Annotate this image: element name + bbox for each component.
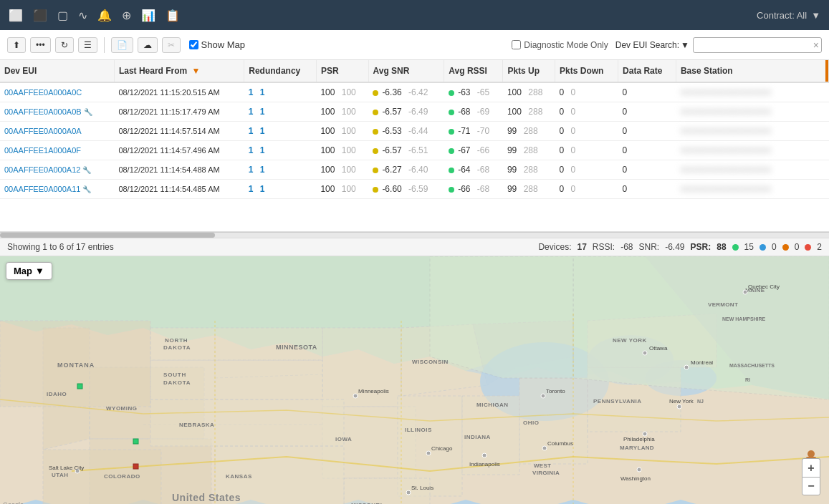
cell-pkts-up: 99 288	[503, 180, 555, 199]
cell-avg-rssi: -68 -69	[444, 102, 503, 122]
cell-redundancy: 1 1	[244, 160, 317, 180]
svg-text:New York: New York	[669, 398, 694, 404]
svg-text:VIRGINIA: VIRGINIA	[532, 470, 560, 476]
dev-eui-input[interactable]	[693, 37, 822, 53]
svg-point-66	[542, 446, 547, 450]
list-button[interactable]: ☰	[78, 37, 97, 53]
layout-icon[interactable]: ⬛	[33, 9, 47, 22]
dev-eui-search-dropdown-icon[interactable]: ▼	[681, 40, 689, 50]
svg-text:NEBRASKA: NEBRASKA	[179, 422, 214, 428]
table-row[interactable]: 00AAFFEE0A000A11 🔧 08/12/2021 11:14:54.4…	[0, 180, 829, 199]
horizontal-scrollbar[interactable]	[0, 232, 829, 238]
bell-icon[interactable]: 🔔	[97, 9, 112, 22]
svg-text:MASSACHUSETTS: MASSACHUSETTS	[729, 363, 775, 368]
cell-base-station: XXXXXXXXXXXXXXXXXXX	[676, 122, 828, 141]
cell-data-rate: 0	[618, 122, 676, 141]
cell-avg-snr: -6.53 -6.44	[368, 122, 444, 141]
cell-pkts-down: 0 0	[555, 102, 618, 122]
map-button[interactable]: Map ▼	[6, 262, 52, 280]
svg-text:MICHIGAN: MICHIGAN	[476, 402, 508, 408]
table-row[interactable]: 00AAFFEE0A000A0A 08/12/2021 11:14:57.514…	[0, 122, 829, 141]
map-button-label: Map	[14, 266, 32, 276]
cell-dev-eui: 00AAFFEE0A000A11 🔧	[0, 180, 114, 199]
svg-text:MONTANA: MONTANA	[57, 362, 95, 369]
upload-button[interactable]: ⬆	[7, 37, 26, 53]
contract-dropdown-icon[interactable]: ▼	[811, 10, 820, 21]
cell-dev-eui: 00AAFFEE1A000A0F	[0, 141, 114, 160]
table-row[interactable]: 00AAFFEE0A000A0C 08/12/2021 11:15:20.515…	[0, 82, 829, 102]
svg-point-83	[808, 450, 815, 457]
export-button[interactable]: 📄	[111, 37, 133, 53]
table-row[interactable]: 00AAFFEE1A000A0F 08/12/2021 11:14:57.496…	[0, 141, 829, 160]
rssi-val: -68	[620, 242, 633, 252]
svg-text:INDIANA: INDIANA	[464, 434, 491, 440]
cell-dev-eui: 00AAFFEE0A000A0A	[0, 122, 114, 141]
map-zoom-controls: + −	[802, 458, 820, 495]
show-map-checkbox-label[interactable]: Show Map	[189, 39, 245, 50]
svg-text:Toronto: Toronto	[546, 388, 565, 394]
col-base-station[interactable]: Base Station	[676, 60, 828, 82]
map-container[interactable]: MONTANA NORTH DAKOTA MINNESOTA SOUTH DAK…	[0, 256, 829, 504]
dev-eui-search: Dev EUI Search: ▼ ×	[615, 37, 822, 53]
refresh-button[interactable]: ↻	[55, 37, 74, 53]
svg-point-60	[684, 365, 689, 369]
cell-data-rate: 0	[618, 180, 676, 199]
toolbar-right: Diagnostic Mode Only Dev EUI Search: ▼ ×	[512, 37, 822, 53]
red-count: 2	[817, 242, 822, 252]
zoom-in-button[interactable]: +	[802, 458, 820, 477]
cell-redundancy: 1 1	[244, 122, 317, 141]
col-psr[interactable]: PSR	[316, 60, 368, 82]
cloud-button[interactable]: ☁	[138, 37, 158, 53]
col-avg-rssi[interactable]: Avg RSSI	[444, 60, 503, 82]
chart-icon[interactable]: 📊	[141, 9, 155, 22]
cell-last-heard: 08/12/2021 11:14:57.514 AM	[114, 122, 244, 141]
window-icon[interactable]: ⬜	[9, 9, 23, 22]
cell-psr: 100 100	[316, 82, 368, 102]
col-pkts-down[interactable]: Pkts Down	[555, 60, 618, 82]
col-dev-eui[interactable]: Dev EUI	[0, 60, 114, 82]
rssi-label: RSSI:	[593, 242, 615, 252]
orange-count: 0	[795, 242, 800, 252]
svg-text:WISCONSIN: WISCONSIN	[412, 359, 449, 365]
col-pkts-up[interactable]: Pkts Up	[503, 60, 555, 82]
svg-point-64	[482, 453, 487, 457]
svg-text:St. Louis: St. Louis	[411, 485, 433, 491]
col-avg-snr[interactable]: Avg SNR	[368, 60, 444, 82]
show-map-checkbox[interactable]	[189, 40, 198, 49]
contract-label: Contract: All	[757, 10, 807, 21]
scrollbar-thumb[interactable]	[0, 233, 215, 238]
topbar-right: Contract: All ▼	[757, 10, 820, 21]
wifi-icon[interactable]: ∿	[78, 9, 87, 22]
cell-last-heard: 08/12/2021 11:15:20.515 AM	[114, 82, 244, 102]
cell-avg-snr: -6.57 -6.49	[368, 102, 444, 122]
col-last-heard[interactable]: Last Heard From ▼	[114, 60, 244, 82]
export-icon: 📄	[117, 40, 128, 50]
col-redundancy[interactable]: Redundancy	[244, 60, 317, 82]
svg-text:VERMONT: VERMONT	[708, 301, 738, 308]
cell-last-heard: 08/12/2021 11:14:57.496 AM	[114, 141, 244, 160]
cell-pkts-down: 0 0	[555, 82, 618, 102]
more-button[interactable]: •••	[30, 37, 51, 53]
blue-dot	[759, 244, 766, 251]
svg-text:NJ: NJ	[697, 399, 704, 404]
frame-icon[interactable]: ▢	[57, 9, 68, 22]
diagnostic-mode-checkbox[interactable]	[512, 40, 521, 49]
diagnostic-mode-label[interactable]: Diagnostic Mode Only	[512, 40, 608, 50]
zoom-out-button[interactable]: −	[802, 477, 820, 495]
dev-eui-search-label: Dev EUI Search: ▼	[615, 40, 689, 50]
cell-redundancy: 1 1	[244, 180, 317, 199]
col-data-rate[interactable]: Data Rate	[618, 60, 676, 82]
cell-redundancy: 1 1	[244, 102, 317, 122]
table-row[interactable]: 00AAFFEE0A000A0B 🔧 08/12/2021 11:15:17.4…	[0, 102, 829, 122]
file-icon[interactable]: 📋	[166, 9, 180, 22]
table-row[interactable]: 00AAFFEE0A000A12 🔧 08/12/2021 11:14:54.4…	[0, 160, 829, 180]
plus-icon[interactable]: ⊕	[122, 9, 131, 22]
svg-text:DAKOTA: DAKOTA	[163, 379, 191, 386]
cut-button[interactable]: ✂	[162, 37, 181, 53]
statusbar: Showing 1 to 6 of 17 entries Devices: 17…	[0, 238, 829, 256]
svg-point-52	[353, 394, 358, 398]
dev-eui-clear-button[interactable]: ×	[813, 39, 819, 51]
cell-psr: 100 100	[316, 141, 368, 160]
map-svg: MONTANA NORTH DAKOTA MINNESOTA SOUTH DAK…	[0, 256, 829, 504]
svg-text:MINNESOTA: MINNESOTA	[276, 344, 317, 351]
